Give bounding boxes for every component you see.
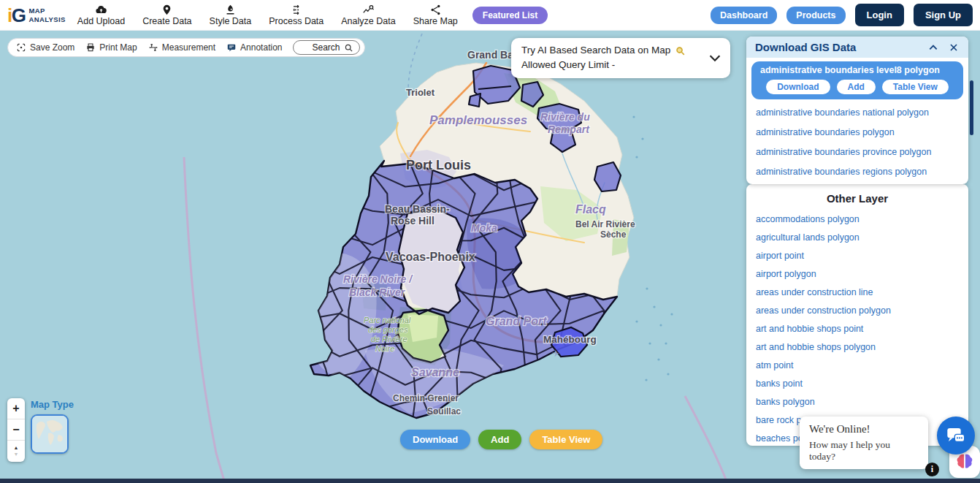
map-label-moka: Moka	[471, 222, 497, 234]
map-label-beau-bassin: Beau Bassin-	[385, 203, 450, 215]
selected-layer-add-button[interactable]: Add	[837, 80, 876, 94]
dashboard-button[interactable]: Dashboard	[711, 7, 777, 24]
other-layer-banks-polygon[interactable]: banks polygon	[746, 392, 968, 411]
toolbar-measurement[interactable]: Measurement	[148, 42, 215, 53]
chevron-up-icon[interactable]	[927, 42, 939, 53]
gis-layer-administrative-boundaries-national-polygon[interactable]: administrative boundaries national polyg…	[746, 102, 968, 122]
zoom-in-button[interactable]: +	[7, 398, 25, 419]
gis-layer-administrative-boundaries-polygon[interactable]: administrative boundaries polygon	[746, 122, 968, 142]
other-layer-areas-under-construction-polygon[interactable]: areas under construction polygon	[746, 301, 968, 319]
sign-up-button[interactable]: Sign Up	[914, 4, 973, 26]
tilt-control[interactable]: ▲ ▼	[7, 441, 25, 462]
map-label-vacoas-phoenix: Vacoas-Phoenix	[386, 251, 475, 263]
other-layer-airport-polygon[interactable]: airport polygon	[746, 265, 968, 283]
selected-layer-table-view-button[interactable]: Table View	[882, 80, 949, 94]
toolbar-label: Measurement	[162, 42, 215, 53]
chat-tooltip: We're Online! How may I help you today?	[800, 417, 928, 469]
toolbar-save-zoom[interactable]: Save Zoom	[16, 42, 74, 53]
map-add-button[interactable]: Add	[478, 430, 521, 449]
gis-layer-administrative-boundaries-province-polygon[interactable]: administrative boundaries province polyg…	[746, 142, 968, 161]
map-label-flacq: Flacq	[575, 203, 606, 216]
map-table-view-button[interactable]: Table View	[529, 430, 602, 449]
chat-button[interactable]	[937, 417, 975, 455]
main-nav: Add UploadCreate DataStyle DataProcess D…	[77, 4, 458, 27]
zoom-control: + − ▲ ▼	[7, 398, 25, 462]
map-type-control: Map Type	[31, 399, 74, 454]
info-button[interactable]: i	[925, 463, 939, 476]
other-layer-atm-point[interactable]: atm point	[746, 356, 968, 374]
products-button[interactable]: Products	[786, 7, 845, 24]
ai-magnifier-icon	[675, 45, 686, 56]
other-layer-banks-point[interactable]: banks point	[746, 374, 968, 392]
map-label-bel-air-rivi-re: Bel Air Rivière	[575, 219, 635, 229]
toolbar-annotation[interactable]: Annotation	[226, 42, 282, 53]
other-layer-art-and-hobbie-shops-point[interactable]: art and hobbie shops point	[746, 319, 968, 338]
toolbar-label: Save Zoom	[30, 42, 74, 53]
toolbar-label: Print Map	[99, 42, 137, 53]
map-label-s-che: Sèche	[600, 229, 627, 240]
selected-layer-card[interactable]: administrative boundaries level8 polygon…	[751, 61, 963, 99]
logo-wordmark: MAP ANALYSIS	[28, 7, 65, 23]
other-layer-accommodations-polygon[interactable]: accommodations polygon	[746, 210, 968, 228]
nav-item-create-data[interactable]: Create Data	[142, 4, 191, 27]
gis-layer-administrative-boundaries-regions-polygon[interactable]: administrative boundaries regions polygo…	[746, 161, 968, 181]
toolbar-print-map[interactable]: Print Map	[85, 42, 137, 53]
chevron-down-icon[interactable]	[707, 50, 723, 66]
nav-item-share-map[interactable]: Share Map	[413, 4, 458, 27]
other-layer-title: Other Layer	[746, 192, 968, 205]
featured-list-button[interactable]: Featured List	[472, 7, 548, 24]
nav-item-analyze-data[interactable]: Analyze Data	[341, 4, 395, 27]
app-logo[interactable]: iG MAP ANALYSIS	[7, 6, 66, 25]
nav-item-process-data[interactable]: Process Data	[269, 4, 324, 27]
process-arrows-icon	[290, 4, 302, 16]
nav-item-label: Style Data	[210, 16, 252, 27]
map-label-rempart: Rempart	[548, 123, 590, 135]
selected-layer-download-button[interactable]: Download	[766, 80, 830, 94]
download-gis-panel: Download GIS Data administrative boundar…	[746, 37, 968, 184]
close-icon[interactable]	[948, 42, 960, 53]
logo-line2: ANALYSIS	[28, 15, 65, 23]
chat-greeting-text: How may I help you today?	[809, 439, 919, 463]
logo-line1: MAP	[28, 7, 65, 15]
other-layer-art-and-hobbie-shops-polygon[interactable]: art and hobbie shops polygon	[746, 338, 968, 356]
tilt-up-icon: ▲	[14, 445, 19, 451]
map-download-button[interactable]: Download	[400, 430, 470, 449]
ai-search-line1: Try AI Based Search Data on Map	[521, 43, 670, 58]
map-type-thumbnail[interactable]	[31, 414, 69, 454]
other-layer-agricultural-lands-polygon[interactable]: agricultural lands polygon	[746, 228, 968, 246]
map-label-rose-hill: Rose Hill	[391, 215, 435, 227]
selected-layer-actions: DownloadAddTable View	[760, 80, 954, 94]
map-label-rivi-re-du: Rivière du	[540, 111, 590, 123]
logo-letter-g: G	[12, 4, 26, 26]
ai-search-text: Try AI Based Search Data on Map Allowed …	[521, 43, 707, 73]
share-icon	[429, 4, 442, 16]
panel-scrollbar[interactable]	[970, 80, 973, 135]
map-search-input[interactable]: Search	[293, 40, 360, 55]
nav-item-label: Process Data	[269, 16, 324, 27]
nav-item-add-upload[interactable]: Add Upload	[77, 4, 125, 27]
ink-style-icon	[224, 4, 237, 16]
map-analysis-app: iG MAP ANALYSIS Add UploadCreate DataSty…	[0, 0, 980, 483]
selected-layer-label: administrative boundaries level8 polygon	[760, 65, 954, 75]
nav-item-style-data[interactable]: Style Data	[210, 4, 252, 27]
zoom-out-button[interactable]: −	[7, 419, 25, 441]
other-layer-airport-point[interactable]: airport point	[746, 246, 968, 265]
map-label-grand-port: Grand Port	[486, 315, 547, 327]
annotation-icon	[226, 42, 237, 53]
other-layer-areas-under-construction-line[interactable]: areas under construction line	[746, 283, 968, 301]
map-label-parc-national: Parc national	[364, 316, 411, 324]
login-button[interactable]: Login	[855, 4, 904, 26]
measurement-icon	[148, 42, 158, 53]
save-zoom-icon	[16, 42, 26, 53]
bottom-bar	[0, 479, 980, 483]
nav-item-label: Create Data	[142, 16, 191, 27]
other-layer-panel: Other Layer accommodations polygonagricu…	[746, 184, 968, 446]
other-layer-list: accommodations polygonagricultural lands…	[746, 210, 968, 446]
map-action-buttons: DownloadAddTable View	[400, 430, 602, 449]
account-nav: DashboardProductsLoginSign Up	[711, 4, 973, 26]
gis-panel-title: Download GIS Data	[755, 41, 919, 53]
world-map-icon	[32, 416, 67, 452]
map-label-port-louis: Port Louis	[406, 158, 471, 172]
nav-item-label: Analyze Data	[341, 16, 395, 27]
ai-search-box[interactable]: Try AI Based Search Data on Map Allowed …	[511, 38, 730, 78]
